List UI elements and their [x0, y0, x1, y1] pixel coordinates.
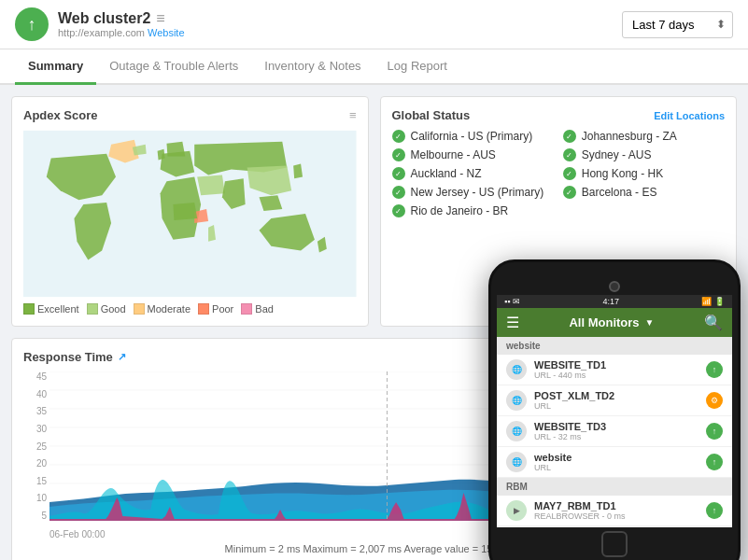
chart-yaxis: 45 40 35 30 25 20 15 10 5 [23, 371, 49, 521]
status-orange-1: ⚙ [706, 392, 723, 409]
apdex-title: Apdex Score ≡ [23, 108, 357, 122]
legend-moderate-dot [134, 303, 145, 315]
status-sydney: ✓ Sydney - AUS [563, 148, 725, 161]
item-text-5: MAY7_RBM_TD1 REALBROWSER - 0 ms [534, 500, 699, 521]
status-rio: ✓ Rio de Janeiro - BR [392, 204, 554, 217]
status-icon-johannesburg: ✓ [563, 130, 576, 143]
mobile-battery-icon: 📶 🔋 [701, 297, 725, 306]
legend-good: Good [87, 303, 126, 315]
legend-good-label: Good [101, 303, 126, 315]
mobile-device: ▪▪ ✉ 4:17 📶 🔋 ☰ All Monitors ▼ 🔍 websit [488, 259, 741, 560]
status-green-1: ↑ [706, 361, 723, 378]
world-map [23, 130, 357, 298]
list-item-website-td3[interactable]: 🌐 WEBSITE_TD3 URL - 32 ms ↑ [497, 416, 732, 447]
status-icon-sydney: ✓ [563, 148, 576, 161]
list-item-website-td1[interactable]: 🌐 WEBSITE_TD1 URL - 440 ms ↑ [497, 355, 732, 385]
main-content: Apdex Score ≡ [0, 85, 748, 560]
app-title: Web cluster2 [58, 10, 150, 27]
tab-inventory[interactable]: Inventory & Notes [251, 49, 374, 85]
list-item-may7-rbm[interactable]: ▶ MAY7_RBM_TD1 REALBROWSER - 0 ms ↑ [497, 496, 732, 526]
status-icon-newjersey: ✓ [392, 186, 405, 199]
app-info: Web cluster2 ≡ http://example.com Websit… [58, 10, 185, 38]
status-icon-hongkong: ✓ [563, 167, 576, 180]
mobile-section-rbm: RBM [497, 478, 732, 496]
app-subtitle: http://example.com Website [58, 27, 185, 38]
nav-tabs: Summary Outage & Trouble Alerts Inventor… [0, 49, 748, 85]
dropdown-icon[interactable]: ▼ [645, 317, 655, 328]
tab-outage[interactable]: Outage & Trouble Alerts [96, 49, 251, 85]
mobile-status-bar: ▪▪ ✉ 4:17 📶 🔋 [497, 295, 732, 308]
apdex-legend: Excellent Good Moderate Poor Bad [23, 303, 357, 315]
legend-poor-label: Poor [212, 303, 233, 315]
legend-poor-dot [198, 303, 209, 315]
response-time-card: Response Time ↗ 45 40 35 30 25 20 15 10 … [11, 338, 737, 560]
status-newjersey: ✓ New Jersey - US (Primary) [392, 186, 554, 199]
external-link-icon[interactable]: ↗ [118, 351, 126, 363]
legend-moderate: Moderate [134, 303, 191, 315]
status-barcelona: ✓ Barcelona - ES [563, 186, 725, 199]
search-icon[interactable]: 🔍 [704, 314, 723, 331]
legend-excellent-dot [23, 303, 35, 315]
legend-excellent: Excellent [23, 303, 79, 315]
mobile-device-overlay: ▪▪ ✉ 4:17 📶 🔋 ☰ All Monitors ▼ 🔍 websit [488, 259, 741, 560]
status-grid: ✓ California - US (Primary) ✓ Johannesbu… [392, 130, 726, 217]
hamburger-icon[interactable]: ☰ [506, 314, 519, 331]
status-hongkong: ✓ Hong Kong - HK [563, 167, 725, 180]
mobile-signal-icons: ▪▪ ✉ [504, 297, 520, 306]
legend-bad-label: Bad [255, 303, 274, 315]
list-item-website[interactable]: 🌐 website URL ↑ [497, 447, 732, 478]
legend-poor: Poor [198, 303, 233, 315]
monitor-icon-5: ▶ [506, 500, 527, 521]
status-auckland: ✓ Auckland - NZ [392, 167, 554, 180]
app-url: http://example.com [58, 27, 145, 38]
list-item-post-xlm-td2[interactable]: 🌐 POST_XLM_TD2 URL ⚙ [497, 385, 732, 416]
mobile-toolbar: ☰ All Monitors ▼ 🔍 [497, 308, 732, 337]
monitor-icon-4: 🌐 [506, 452, 527, 472]
apdex-menu-icon[interactable]: ≡ [349, 108, 357, 122]
legend-bad-dot [241, 303, 252, 315]
mobile-time: 4:17 [602, 297, 619, 306]
status-melbourne: ✓ Melbourne - AUS [392, 148, 554, 161]
status-green-3: ↑ [706, 454, 723, 470]
tab-summary[interactable]: Summary [15, 49, 96, 85]
status-green-2: ↑ [706, 423, 723, 440]
menu-icon[interactable]: ≡ [156, 10, 164, 27]
status-green-4: ↑ [706, 502, 723, 519]
legend-good-dot [87, 303, 98, 315]
tab-log[interactable]: Log Report [374, 49, 460, 85]
status-johannesburg: ✓ Johannesburg - ZA [563, 130, 725, 143]
mobile-toolbar-title: All Monitors ▼ [569, 315, 654, 329]
website-link[interactable]: Website [148, 27, 185, 38]
legend-excellent-label: Excellent [37, 303, 79, 315]
global-status-title: Global Status Edit Locations [392, 108, 726, 122]
header: ↑ Web cluster2 ≡ http://example.com Webs… [0, 0, 748, 49]
mobile-home-button[interactable] [601, 531, 628, 557]
status-icon-melbourne: ✓ [392, 148, 405, 161]
date-selector[interactable]: Last 7 days Last 24 hours Last 30 days L… [622, 11, 733, 38]
item-text-1: WEBSITE_TD1 URL - 440 ms [534, 359, 699, 380]
status-icon-rio: ✓ [392, 204, 405, 217]
status-icon-barcelona: ✓ [563, 186, 576, 199]
mobile-list: website 🌐 WEBSITE_TD1 URL - 440 ms ↑ 🌐 [497, 337, 732, 527]
list-item-rbm-td3[interactable]: ▶ RBM_TD3 REALBROWSER - 9894 ms ↑ [497, 526, 732, 527]
status-california: ✓ California - US (Primary) [392, 130, 554, 143]
header-left: ↑ Web cluster2 ≡ http://example.com Webs… [15, 7, 185, 41]
monitor-icon-2: 🌐 [506, 390, 527, 411]
edit-locations-link[interactable]: Edit Locations [654, 110, 725, 121]
item-text-4: website URL [534, 452, 699, 472]
legend-moderate-label: Moderate [148, 303, 191, 315]
date-selector-wrap: Last 7 days Last 24 hours Last 30 days L… [622, 11, 733, 38]
legend-bad: Bad [241, 303, 274, 315]
app-icon: ↑ [15, 7, 49, 41]
monitor-icon-3: 🌐 [506, 421, 527, 441]
monitor-icon-1: 🌐 [506, 359, 527, 380]
item-text-2: POST_XLM_TD2 URL [534, 390, 699, 411]
mobile-screen: ▪▪ ✉ 4:17 📶 🔋 ☰ All Monitors ▼ 🔍 websit [497, 295, 732, 527]
item-text-3: WEBSITE_TD3 URL - 32 ms [534, 421, 699, 441]
apdex-card: Apdex Score ≡ [11, 96, 369, 327]
mobile-section-website: website [497, 337, 732, 355]
mobile-camera [609, 281, 620, 292]
status-icon-auckland: ✓ [392, 167, 405, 180]
status-icon-california: ✓ [392, 130, 405, 143]
